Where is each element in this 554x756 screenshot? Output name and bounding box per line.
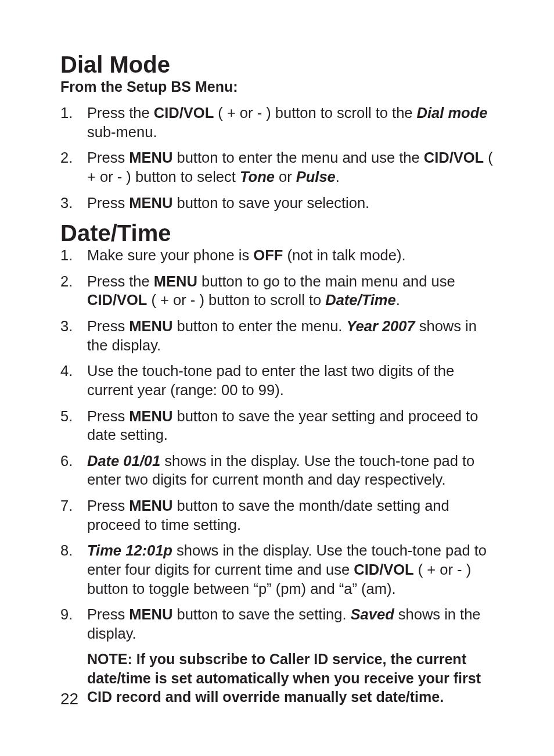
step-number: 2.	[60, 272, 73, 291]
step-number: 1.	[60, 246, 73, 265]
text-segment: MENU	[129, 318, 172, 334]
text-segment: button to go to the main menu and use	[197, 273, 455, 289]
text-segment: MENU	[129, 408, 172, 424]
text-segment: button to save the setting.	[172, 606, 350, 622]
text-segment: button to enter the menu.	[172, 318, 346, 334]
text-segment: OFF	[253, 247, 283, 263]
text-segment: button to save your selection.	[172, 195, 369, 211]
text-segment: Tone	[240, 169, 275, 185]
text-segment: Press	[87, 408, 129, 424]
list-item: 7.Press MENU button to save the month/da…	[60, 496, 498, 534]
step-number: 8.	[60, 541, 73, 560]
text-segment: MENU	[129, 606, 172, 622]
date-time-note: NOTE: If you subscribe to Caller ID serv…	[87, 650, 498, 707]
text-segment: Time 12:01p	[87, 542, 172, 558]
text-segment: Press	[87, 149, 129, 166]
text-segment: .	[396, 292, 400, 308]
text-segment: ( + or - ) button to scroll to	[147, 292, 325, 308]
text-segment: Press	[87, 497, 129, 514]
text-segment: Saved	[351, 606, 394, 622]
step-number: 6.	[60, 452, 73, 471]
text-segment: or	[275, 169, 296, 185]
text-segment: .	[336, 169, 340, 185]
text-segment: Use the touch-tone pad to enter the last…	[87, 363, 454, 398]
step-number: 1.	[60, 103, 73, 123]
text-segment: MENU	[154, 273, 197, 289]
step-number: 3.	[60, 317, 73, 336]
list-item: 9.Press MENU button to save the setting.…	[60, 605, 498, 643]
text-segment: Year 2007	[347, 318, 415, 334]
text-segment: Press	[87, 195, 129, 211]
text-segment: Date/Time	[325, 292, 395, 308]
list-item: 1.Make sure your phone is OFF (not in ta…	[60, 246, 498, 265]
text-segment: CID/VOL	[354, 561, 413, 578]
date-time-heading: Date/Time	[60, 220, 498, 246]
text-segment: (not in talk mode).	[283, 247, 405, 263]
text-segment: CID/VOL	[154, 105, 214, 121]
list-item: 3.Press MENU button to enter the menu. Y…	[60, 317, 498, 354]
list-item: 2.Press the MENU button to go to the mai…	[60, 272, 498, 310]
list-item: 1.Press the CID/VOL ( + or - ) button to…	[60, 103, 498, 141]
date-time-steps: 1.Make sure your phone is OFF (not in ta…	[60, 246, 498, 643]
list-item: 3.Press MENU button to save your selecti…	[60, 194, 498, 213]
text-segment: MENU	[129, 149, 172, 166]
text-segment: Press the	[87, 105, 154, 121]
text-segment: button to enter the menu and use the	[172, 149, 423, 166]
list-item: 4.Use the touch-tone pad to enter the la…	[60, 361, 498, 399]
text-segment: MENU	[129, 497, 172, 514]
step-number: 2.	[60, 148, 73, 167]
dial-mode-subheading: From the Setup BS Menu:	[60, 78, 498, 95]
text-segment: Dial mode	[417, 105, 488, 121]
document-page: Dial Mode From the Setup BS Menu: 1.Pres…	[0, 0, 554, 756]
step-number: 7.	[60, 496, 73, 515]
text-segment: CID/VOL	[424, 149, 484, 166]
text-segment: ( + or - ) button to scroll to the	[214, 105, 416, 121]
dial-mode-heading: Dial Mode	[60, 52, 498, 77]
step-number: 9.	[60, 605, 73, 624]
list-item: 2.Press MENU button to enter the menu an…	[60, 148, 498, 186]
list-item: 6.Date 01/01 shows in the display. Use t…	[60, 452, 498, 489]
text-segment: CID/VOL	[87, 292, 147, 308]
list-item: 8.Time 12:01p shows in the display. Use …	[60, 541, 498, 598]
dial-mode-steps: 1.Press the CID/VOL ( + or - ) button to…	[60, 103, 498, 212]
text-segment: Date 01/01	[87, 453, 160, 469]
text-segment: sub-menu.	[87, 124, 157, 140]
text-segment: MENU	[129, 195, 172, 211]
page-number: 22	[60, 690, 78, 708]
step-number: 3.	[60, 194, 73, 213]
text-segment: Press	[87, 318, 129, 334]
text-segment: Press the	[87, 273, 154, 289]
text-segment: Press	[87, 606, 129, 622]
list-item: 5.Press MENU button to save the year set…	[60, 407, 498, 445]
text-segment: Pulse	[296, 169, 336, 185]
text-segment: Make sure your phone is	[87, 247, 253, 263]
step-number: 4.	[60, 361, 73, 381]
step-number: 5.	[60, 407, 73, 426]
